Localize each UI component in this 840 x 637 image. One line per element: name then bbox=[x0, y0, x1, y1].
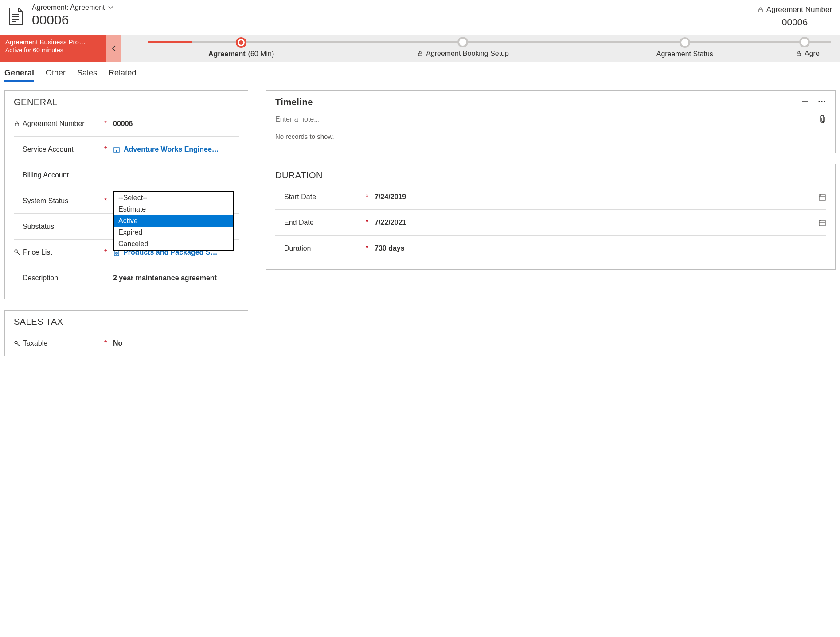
field-label-text: Start Date bbox=[284, 193, 316, 201]
timeline-note-input[interactable] bbox=[275, 111, 819, 128]
process-stages: Agreement (60 Min) Agreement Booking Set… bbox=[121, 35, 840, 62]
field-start-date: Start Date * 7/24/2019 bbox=[275, 184, 826, 210]
business-process-flow: Agreement Business Pro… Active for 60 mi… bbox=[0, 35, 840, 62]
svg-point-17 bbox=[821, 101, 822, 102]
timeline-add-button[interactable] bbox=[801, 97, 809, 106]
field-value[interactable]: 2 year maintenance agreement bbox=[113, 274, 239, 282]
stage-dot-icon bbox=[236, 37, 246, 48]
lock-icon bbox=[417, 51, 423, 57]
field-label-text: Service Account bbox=[23, 145, 74, 153]
field-value[interactable]: No bbox=[113, 339, 239, 347]
svg-rect-19 bbox=[819, 195, 825, 200]
tab-related[interactable]: Related bbox=[109, 68, 136, 82]
field-label-text: Description bbox=[23, 274, 58, 282]
stage-booking-setup[interactable]: Agreement Booking Setup bbox=[352, 35, 574, 62]
stage-agreement[interactable]: Agreement (60 Min) bbox=[130, 35, 352, 62]
svg-rect-20 bbox=[819, 220, 825, 226]
svg-rect-5 bbox=[418, 53, 422, 56]
dropdown-option-selected[interactable]: Active bbox=[114, 215, 233, 227]
header-key-label-text: Agreement Number bbox=[766, 5, 832, 14]
calendar-icon[interactable] bbox=[818, 219, 826, 227]
svg-rect-11 bbox=[117, 149, 118, 149]
svg-point-16 bbox=[818, 101, 820, 102]
required-indicator: * bbox=[102, 197, 109, 205]
form-tabs: General Other Sales Related bbox=[0, 62, 840, 82]
svg-rect-9 bbox=[115, 149, 116, 149]
section-sales-tax: SALES TAX Taxable * No bbox=[4, 310, 248, 356]
svg-rect-4 bbox=[759, 9, 762, 12]
lock-icon bbox=[796, 51, 802, 57]
process-status: Active for 60 minutes bbox=[5, 47, 101, 54]
stage-label-text: Agre bbox=[805, 50, 820, 58]
date-value[interactable]: 7/24/2019 bbox=[375, 193, 826, 201]
svg-rect-12 bbox=[116, 150, 117, 152]
calendar-icon[interactable] bbox=[818, 193, 826, 201]
process-info[interactable]: Agreement Business Pro… Active for 60 mi… bbox=[0, 35, 106, 62]
tab-other[interactable]: Other bbox=[46, 68, 66, 82]
required-indicator: * bbox=[102, 120, 109, 128]
record-header: Agreement: Agreement 00006 Agreement Num… bbox=[0, 0, 840, 35]
required-indicator: * bbox=[364, 193, 370, 201]
timeline-more-button[interactable] bbox=[817, 97, 826, 106]
stage-agreement-status[interactable]: Agreement Status bbox=[574, 35, 796, 62]
lock-icon bbox=[758, 7, 764, 13]
process-collapse-button[interactable] bbox=[106, 35, 121, 62]
dropdown-option[interactable]: Estimate bbox=[114, 204, 233, 215]
dropdown-option[interactable]: --Select-- bbox=[114, 192, 233, 204]
field-taxable: Taxable * No bbox=[14, 330, 239, 356]
svg-rect-0 bbox=[12, 14, 19, 15]
field-label-text: Duration bbox=[284, 244, 311, 252]
section-timeline: Timeline No records to show. bbox=[266, 90, 836, 153]
field-service-account: Service Account * Adventure Works Engine… bbox=[14, 137, 239, 162]
lookup-text: Adventure Works Enginee… bbox=[124, 145, 219, 153]
field-label-text: Taxable bbox=[23, 339, 47, 347]
field-value[interactable]: 00006 bbox=[113, 120, 239, 128]
field-system-status: System Status * --Select-- Estimate Acti… bbox=[14, 188, 239, 214]
date-text: 7/22/2021 bbox=[375, 219, 406, 227]
stage-label-text: Agreement Booking Setup bbox=[426, 50, 509, 58]
stage-dot-icon bbox=[457, 37, 468, 47]
timeline-empty-text: No records to show. bbox=[275, 128, 826, 145]
attachment-icon[interactable] bbox=[819, 115, 826, 124]
form-selector[interactable]: Agreement: Agreement bbox=[32, 4, 755, 12]
field-value[interactable]: 730 days bbox=[375, 244, 826, 252]
field-label-text: End Date bbox=[284, 219, 314, 227]
required-indicator: * bbox=[102, 339, 109, 347]
header-key-field: Agreement Number 00006 bbox=[755, 4, 835, 28]
svg-rect-1 bbox=[12, 16, 19, 17]
lookup-value[interactable]: Adventure Works Enginee… bbox=[113, 145, 239, 153]
section-title: Timeline bbox=[275, 97, 826, 107]
tab-general[interactable]: General bbox=[4, 68, 34, 82]
field-label-text: Agreement Number bbox=[23, 120, 85, 128]
required-indicator: * bbox=[364, 219, 370, 227]
section-general: GENERAL Agreement Number * 00006 Service… bbox=[4, 90, 248, 299]
stage-time: (60 Min) bbox=[248, 50, 274, 58]
system-status-dropdown: --Select-- Estimate Active Expired Cance… bbox=[113, 191, 234, 251]
field-label-text: Price List bbox=[23, 248, 52, 256]
stage-next-truncated[interactable]: Agre bbox=[796, 35, 831, 62]
tab-sales[interactable]: Sales bbox=[77, 68, 97, 82]
process-name: Agreement Business Pro… bbox=[5, 38, 101, 46]
svg-rect-10 bbox=[116, 149, 117, 149]
dropdown-option[interactable]: Canceled bbox=[114, 238, 233, 250]
svg-point-18 bbox=[824, 101, 825, 102]
dropdown-option[interactable]: Expired bbox=[114, 227, 233, 238]
stage-dot-icon bbox=[680, 37, 690, 48]
date-value[interactable]: 7/22/2021 bbox=[375, 219, 826, 227]
form-selector-label: Agreement: Agreement bbox=[32, 4, 105, 12]
field-label-text: Billing Account bbox=[23, 171, 69, 179]
svg-rect-3 bbox=[12, 21, 16, 22]
field-label-text: System Status bbox=[23, 197, 68, 205]
field-billing-account: Billing Account bbox=[14, 162, 239, 188]
field-label-text: Substatus bbox=[23, 223, 54, 231]
recommend-icon bbox=[14, 340, 20, 347]
header-key-value: 00006 bbox=[755, 17, 835, 28]
required-indicator: * bbox=[102, 145, 109, 153]
recommend-icon bbox=[14, 249, 20, 256]
field-description: Description 2 year maintenance agreement bbox=[14, 265, 239, 291]
section-title: SALES TAX bbox=[14, 317, 239, 327]
stage-dot-icon bbox=[799, 37, 810, 47]
field-duration: Duration * 730 days bbox=[275, 236, 826, 261]
section-duration: DURATION Start Date * 7/24/2019 End D bbox=[266, 164, 836, 270]
lock-icon bbox=[14, 121, 20, 127]
